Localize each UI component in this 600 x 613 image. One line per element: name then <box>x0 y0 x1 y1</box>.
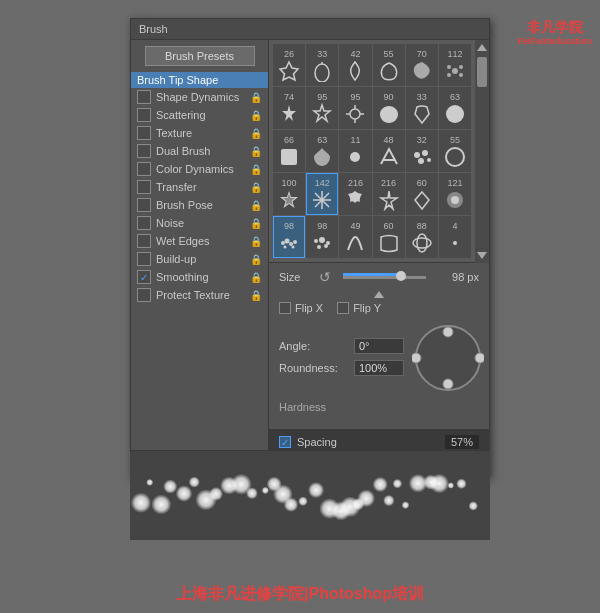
brush-cell-29[interactable]: 4 <box>439 216 471 258</box>
brush-cell-15[interactable]: 48 <box>373 130 405 172</box>
brush-cell-12[interactable]: 66 <box>273 130 305 172</box>
sidebar-item-transfer[interactable]: Transfer 🔒 <box>131 178 268 196</box>
dual-brush-check[interactable] <box>137 144 151 158</box>
spacing-check[interactable]: ✓ <box>279 436 291 448</box>
brush-cell-8[interactable]: 95 <box>339 87 371 129</box>
spacing-label: Spacing <box>297 436 445 448</box>
flip-x-item[interactable]: Flip X <box>279 302 323 314</box>
brush-cell-26[interactable]: 49 <box>339 216 371 258</box>
shape-dynamics-check[interactable] <box>137 90 151 104</box>
svg-point-51 <box>443 327 453 337</box>
brush-cell-27[interactable]: 60 <box>373 216 405 258</box>
svg-point-34 <box>285 238 290 243</box>
brush-cell-13[interactable]: 63 <box>306 130 338 172</box>
sidebar-item-build-up[interactable]: Build-up 🔒 <box>131 250 268 268</box>
sidebar-item-texture[interactable]: Texture 🔒 <box>131 124 268 142</box>
brush-cell-21[interactable]: 216 <box>373 173 405 215</box>
scroll-down-arrow[interactable] <box>477 252 487 259</box>
roundness-input[interactable] <box>354 360 404 376</box>
brush-cell-6[interactable]: 74 <box>273 87 305 129</box>
sidebar-item-brush-tip-shape[interactable]: Brush Tip Shape <box>131 72 268 88</box>
flip-y-label: Flip Y <box>353 302 381 314</box>
svg-point-42 <box>317 245 321 249</box>
texture-check[interactable] <box>137 126 151 140</box>
brush-cell-4[interactable]: 70 <box>406 44 438 86</box>
texture-label: Texture <box>156 127 192 139</box>
brush-cell-25[interactable]: 98 <box>306 216 338 258</box>
scrollbar-thumb[interactable] <box>477 57 487 87</box>
brush-grid-scrollbar[interactable] <box>475 40 489 263</box>
brush-cell-0[interactable]: 26 <box>273 44 305 86</box>
brush-cell-18[interactable]: 100 <box>273 173 305 215</box>
brush-cell-3[interactable]: 55 <box>373 44 405 86</box>
brush-cell-1[interactable]: 33 <box>306 44 338 86</box>
brush-grid: 26 33 42 55 <box>269 40 475 263</box>
size-reset-icon[interactable]: ↺ <box>319 269 331 285</box>
size-slider[interactable] <box>343 276 426 279</box>
svg-point-44 <box>413 238 431 248</box>
smoothing-label: Smoothing <box>156 271 209 283</box>
svg-rect-16 <box>281 149 297 165</box>
noise-label: Noise <box>156 217 184 229</box>
svg-point-21 <box>418 158 424 164</box>
color-dynamics-check[interactable] <box>137 162 151 176</box>
scattering-check[interactable] <box>137 108 151 122</box>
brush-pose-check[interactable] <box>137 198 151 212</box>
brush-cell-9[interactable]: 90 <box>373 87 405 129</box>
brush-cell-20[interactable]: 216 <box>339 173 371 215</box>
size-value: 98 px <box>434 271 479 283</box>
brush-cell-28[interactable]: 88 <box>406 216 438 258</box>
scattering-lock: 🔒 <box>250 110 262 121</box>
brush-cell-10[interactable]: 33 <box>406 87 438 129</box>
sidebar-item-dual-brush[interactable]: Dual Brush 🔒 <box>131 142 268 160</box>
angle-label: Angle: <box>279 340 354 352</box>
brush-cell-19[interactable]: 142 <box>306 173 338 215</box>
angle-section: Angle: Roundness: <box>279 322 479 397</box>
brush-cell-16[interactable]: 32 <box>406 130 438 172</box>
panel-title: Brush <box>139 23 168 35</box>
brush-cell-5[interactable]: 112 <box>439 44 471 86</box>
sidebar-item-color-dynamics[interactable]: Color Dynamics 🔒 <box>131 160 268 178</box>
logo-area: 非凡学院 FeiFanteducation <box>517 18 592 48</box>
brush-cell-7[interactable]: 95 <box>306 87 338 129</box>
brush-cell-2[interactable]: 42 <box>339 44 371 86</box>
svg-point-1 <box>315 64 329 82</box>
sidebar-item-protect-texture[interactable]: Protect Texture 🔒 <box>131 286 268 304</box>
brush-cell-24[interactable]: 98 <box>273 216 305 258</box>
logo-text-line2: FeiFanteducation <box>517 36 592 48</box>
smoothing-check[interactable]: ✓ <box>137 270 151 284</box>
brush-cell-23[interactable]: 121 <box>439 173 471 215</box>
noise-check[interactable] <box>137 216 151 230</box>
sidebar-item-smoothing[interactable]: ✓ Smoothing 🔒 <box>131 268 268 286</box>
flip-y-check[interactable] <box>337 302 349 314</box>
wet-edges-check[interactable] <box>137 234 151 248</box>
flip-y-item[interactable]: Flip Y <box>337 302 381 314</box>
wet-edges-lock: 🔒 <box>250 236 262 247</box>
sidebar-item-wet-edges[interactable]: Wet Edges 🔒 <box>131 232 268 250</box>
protect-texture-check[interactable] <box>137 288 151 302</box>
angle-circle-diagram[interactable] <box>412 322 484 394</box>
angle-input[interactable] <box>354 338 404 354</box>
sidebar-item-brush-pose[interactable]: Brush Pose 🔒 <box>131 196 268 214</box>
build-up-check[interactable] <box>137 252 151 266</box>
noise-lock: 🔒 <box>250 218 262 229</box>
brush-cell-17[interactable]: 55 <box>439 130 471 172</box>
transfer-check[interactable] <box>137 180 151 194</box>
svg-marker-9 <box>314 105 330 121</box>
brush-presets-button[interactable]: Brush Presets <box>145 46 255 66</box>
flip-x-check[interactable] <box>279 302 291 314</box>
svg-point-15 <box>446 105 464 123</box>
scroll-up-arrow[interactable] <box>477 44 487 51</box>
color-dynamics-lock: 🔒 <box>250 164 262 175</box>
build-up-lock: 🔒 <box>250 254 262 265</box>
svg-point-46 <box>453 241 457 245</box>
brush-cell-11[interactable]: 63 <box>439 87 471 129</box>
brush-panel: Brush Brush Presets Brush Tip Shape Shap… <box>130 18 490 478</box>
svg-point-23 <box>446 148 464 166</box>
sidebar-item-scattering[interactable]: Scattering 🔒 <box>131 106 268 124</box>
sidebar-item-shape-dynamics[interactable]: Shape Dynamics 🔒 <box>131 88 268 106</box>
brush-cell-22[interactable]: 60 <box>406 173 438 215</box>
flip-x-label: Flip X <box>295 302 323 314</box>
sidebar-item-noise[interactable]: Noise 🔒 <box>131 214 268 232</box>
brush-cell-14[interactable]: 11 <box>339 130 371 172</box>
